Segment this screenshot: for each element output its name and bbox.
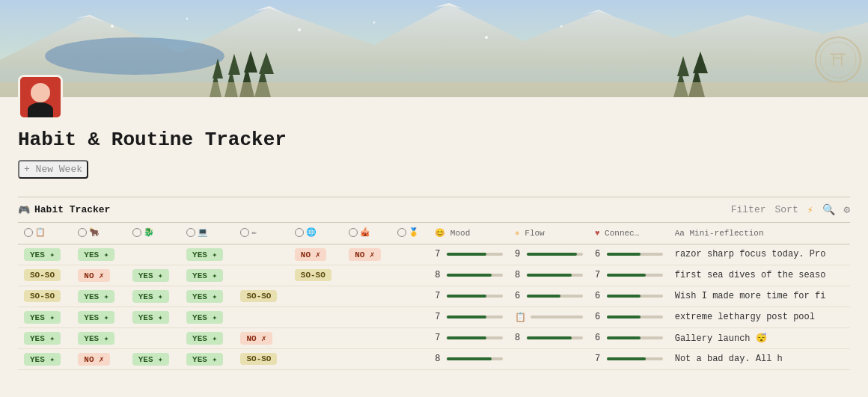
- svg-point-6: [45, 37, 224, 75]
- cell-flow: 9: [509, 244, 589, 265]
- table-title-icon: 🎮: [18, 204, 30, 216]
- table-row: YES ✦ YES ✦ YES ✦ NO ✗ NO ✗ 7 9 6 razor …: [18, 244, 850, 265]
- cell-col6: [289, 348, 343, 369]
- cell-col5: NO ✗: [234, 327, 288, 348]
- cell-col5: [234, 307, 288, 327]
- cell-col1: SO-SO: [18, 265, 72, 286]
- cell-col4: YES ✦: [180, 244, 234, 265]
- cell-col7: [343, 348, 391, 369]
- cell-col4: YES ✦: [180, 286, 234, 307]
- cell-reflection: first sea dives of the seaso: [669, 265, 850, 286]
- cell-col4: YES ✦: [180, 265, 234, 286]
- cell-col3: YES ✦: [126, 307, 180, 327]
- cell-col7: [343, 307, 391, 327]
- cell-col6: NO ✗: [289, 244, 343, 265]
- habit-tracker-section: 🎮 Habit Tracker Filter Sort ⚡ 🔍 ⚙ 📋 🐂 🐉 …: [18, 197, 850, 370]
- cell-col2: YES ✦: [72, 244, 126, 265]
- cell-col6: [289, 327, 343, 348]
- cell-flow: 8: [509, 265, 589, 286]
- table-row: YES ✦ YES ✦ YES ✦ YES ✦ 7 📋 6 extreme le…: [18, 307, 850, 327]
- cell-col3: YES ✦: [126, 265, 180, 286]
- avatar-area: [0, 75, 868, 120]
- col-header-3: 🐉: [126, 223, 180, 244]
- cell-col5: [234, 265, 288, 286]
- cell-mood: 7: [429, 244, 509, 265]
- col-header-2: 🐂: [72, 223, 126, 244]
- col-header-6: 🌐: [289, 223, 343, 244]
- cell-col5: [234, 244, 288, 265]
- col-header-mood: 😊 Mood: [429, 223, 509, 244]
- cell-col4: YES ✦: [180, 307, 234, 327]
- cell-flow: [509, 348, 589, 369]
- table-row: YES ✦ YES ✦ YES ✦ NO ✗ 7 8 6 Gallery lau…: [18, 327, 850, 348]
- settings-icon[interactable]: ⚙: [844, 203, 850, 216]
- cell-col4: YES ✦: [180, 327, 234, 348]
- table-header-bar: 🎮 Habit Tracker Filter Sort ⚡ 🔍 ⚙: [18, 197, 850, 223]
- cell-col6: SO-SO: [289, 265, 343, 286]
- cell-col4: YES ✦: [180, 348, 234, 369]
- table-column-headers: 📋 🐂 🐉 💻 ✏️ 🌐 🎪 🥇 😊 Mood ✳ Flow ♥ Connec……: [18, 223, 850, 244]
- cell-col2: YES ✦: [72, 286, 126, 307]
- filter-button[interactable]: Filter: [731, 204, 766, 215]
- svg-point-20: [186, 18, 189, 20]
- cell-connect: 6: [589, 286, 669, 307]
- sort-button[interactable]: Sort: [775, 204, 798, 215]
- col-header-1: 📋: [18, 223, 72, 244]
- cell-col2: NO ✗: [72, 348, 126, 369]
- cell-mood: 7: [429, 307, 509, 327]
- cell-connect: 6: [589, 327, 669, 348]
- col-header-4: 💻: [180, 223, 234, 244]
- cell-col2: YES ✦: [72, 307, 126, 327]
- cell-col7: [343, 327, 391, 348]
- svg-point-24: [560, 25, 563, 28]
- cell-col8: [391, 327, 429, 348]
- cell-col2: YES ✦: [72, 327, 126, 348]
- cell-col1: YES ✦: [18, 327, 72, 348]
- svg-point-23: [485, 36, 488, 39]
- svg-text:⛩: ⛩: [830, 52, 846, 71]
- svg-point-22: [373, 22, 376, 24]
- col-header-connect: ♥ Connec…: [589, 223, 669, 244]
- bolt-icon[interactable]: ⚡: [807, 204, 813, 216]
- cell-col1: YES ✦: [18, 307, 72, 327]
- cell-col3: YES ✦: [126, 286, 180, 307]
- cell-col1: YES ✦: [18, 348, 72, 369]
- habit-table: 📋 🐂 🐉 💻 ✏️ 🌐 🎪 🥇 😊 Mood ✳ Flow ♥ Connec……: [18, 223, 850, 370]
- cell-connect: 7: [589, 348, 669, 369]
- cell-col8: [391, 265, 429, 286]
- cell-col8: [391, 286, 429, 307]
- cell-col8: [391, 348, 429, 369]
- cell-mood: 7: [429, 286, 509, 307]
- cell-col7: [343, 265, 391, 286]
- cell-reflection: Not a bad day. All h: [669, 348, 850, 369]
- page-title: Habit & Routine Tracker: [18, 129, 850, 151]
- table-row: SO-SO YES ✦ YES ✦ YES ✦ SO-SO 7 6 6 Wish…: [18, 286, 850, 307]
- cell-connect: 7: [589, 265, 669, 286]
- table-controls: Filter Sort ⚡ 🔍 ⚙: [731, 203, 850, 216]
- svg-point-21: [298, 28, 301, 31]
- cell-col8: [391, 307, 429, 327]
- cell-col7: NO ✗: [343, 244, 391, 265]
- cell-reflection: Gallery launch 😴: [669, 327, 850, 348]
- cell-col3: YES ✦: [126, 348, 180, 369]
- cell-flow: 6: [509, 286, 589, 307]
- cell-reflection: extreme lethargy post pool: [669, 307, 850, 327]
- cell-col3: [126, 327, 180, 348]
- col-header-flow: ✳ Flow: [509, 223, 589, 244]
- avatar: [18, 75, 63, 120]
- cell-col6: [289, 286, 343, 307]
- cell-col1: YES ✦: [18, 244, 72, 265]
- cell-col5: SO-SO: [234, 286, 288, 307]
- cell-mood: 8: [429, 265, 509, 286]
- cell-col3: [126, 244, 180, 265]
- cell-connect: 6: [589, 244, 669, 265]
- cell-col8: [391, 244, 429, 265]
- new-week-button[interactable]: + New Week: [18, 160, 88, 179]
- table-row: SO-SO NO ✗ YES ✦ YES ✦ SO-SO 8 8 7 first…: [18, 265, 850, 286]
- cell-mood: 8: [429, 348, 509, 369]
- cell-col7: [343, 286, 391, 307]
- search-icon[interactable]: 🔍: [822, 203, 835, 216]
- col-header-reflection: Aa Mini-reflection: [669, 223, 850, 244]
- cell-reflection: razor sharp focus today. Pro: [669, 244, 850, 265]
- cell-flow: 📋: [509, 307, 589, 327]
